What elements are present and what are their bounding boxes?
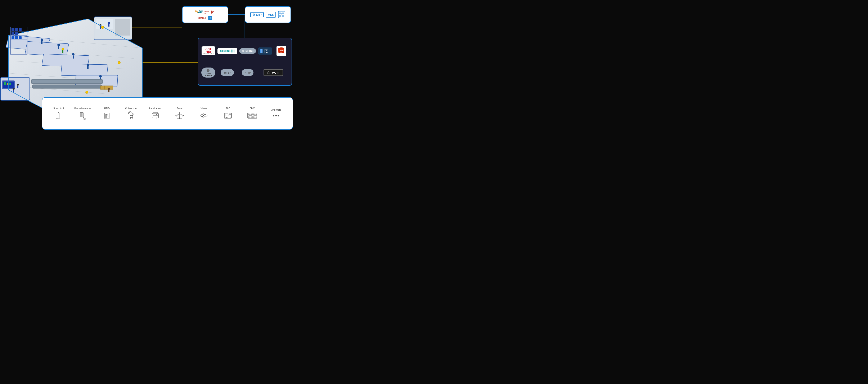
svg-rect-26 xyxy=(41,41,42,44)
svg-point-33 xyxy=(99,75,102,77)
tcpip-label: TCP/IP xyxy=(223,71,231,74)
svg-rect-91 xyxy=(279,15,281,17)
cobot-icon xyxy=(127,111,136,120)
svg-rect-98 xyxy=(234,49,235,53)
svg-rect-75 xyxy=(19,36,22,39)
svg-point-143 xyxy=(156,114,157,115)
mqtt-protocol: MQTT xyxy=(264,69,283,76)
svg-rect-38 xyxy=(32,85,101,89)
svg-rect-90 xyxy=(282,12,284,14)
svg-text:Maria: Maria xyxy=(205,10,210,12)
oracle-db-icon: ORACLE SQL xyxy=(278,47,285,54)
svg-rect-184 xyxy=(249,117,250,117)
main-container: My SQL Maria DB ORACLE xyxy=(0,0,293,130)
modbus-label: Modbus xyxy=(246,50,253,52)
svg-point-78 xyxy=(200,11,201,13)
mqtt-label: MQTT xyxy=(272,71,280,74)
globe-icon xyxy=(207,69,210,72)
svg-rect-36 xyxy=(62,50,63,53)
svg-line-147 xyxy=(180,114,183,115)
svg-point-81 xyxy=(213,11,214,12)
svg-point-35 xyxy=(62,48,64,50)
barcode-scanner-label: Barcodescanner xyxy=(74,107,91,109)
device-rfid: RFID xyxy=(99,107,115,120)
svg-point-27 xyxy=(57,44,60,46)
svg-rect-185 xyxy=(251,117,252,117)
svg-rect-186 xyxy=(252,117,253,117)
svg-rect-188 xyxy=(254,117,255,117)
svg-point-25 xyxy=(41,38,43,41)
label-printer-label: Labelprinter xyxy=(149,107,161,109)
svg-rect-158 xyxy=(225,114,228,116)
mes-label: MES xyxy=(268,13,274,16)
svg-line-154 xyxy=(202,117,203,118)
artnet-protocol: ART NET ETHERNET xyxy=(202,46,215,56)
vision-icon xyxy=(199,111,208,120)
svg-rect-68 xyxy=(11,28,14,31)
svg-rect-159 xyxy=(229,114,230,114)
rfid-icon xyxy=(102,111,111,120)
svg-rect-49 xyxy=(9,82,11,85)
scale-label: Scale xyxy=(177,107,183,109)
svg-text:DB: DB xyxy=(205,12,207,14)
device-dmx: DMX xyxy=(244,107,260,120)
svg-rect-187 xyxy=(253,117,254,117)
yellow-dot-factory-mid xyxy=(118,61,121,64)
http-protocol: HTTP xyxy=(242,69,254,76)
device-label-printer: Labelprinter xyxy=(147,107,164,120)
rfid-label: RFID xyxy=(104,107,110,109)
svg-rect-171 xyxy=(251,114,252,114)
smart-tool-label: Smart tool xyxy=(53,107,64,109)
svg-rect-28 xyxy=(58,46,59,49)
svg-rect-161 xyxy=(229,115,230,116)
svg-point-42 xyxy=(108,88,110,90)
svg-rect-69 xyxy=(15,28,18,31)
cobot-label: Cobot/robot xyxy=(125,107,137,109)
svg-rect-71 xyxy=(11,32,14,35)
tcpip-protocol: TCP/IP xyxy=(221,69,234,76)
svg-rect-162 xyxy=(230,115,231,116)
svg-rect-23 xyxy=(61,64,108,76)
mysql-logo: My SQL xyxy=(195,9,204,15)
protocol-box: ART NET ETHERNET SIEMENS xyxy=(198,38,292,86)
svg-point-52 xyxy=(12,88,14,90)
scale-icon xyxy=(175,111,184,120)
svg-rect-92 xyxy=(282,15,284,17)
and-more-icon: ••• xyxy=(273,113,280,118)
integration-icon xyxy=(278,11,285,19)
svg-rect-111 xyxy=(267,72,270,74)
device-cobot-robot: Cobot/robot xyxy=(123,107,140,120)
svg-point-50 xyxy=(17,83,19,86)
svg-rect-174 xyxy=(254,114,255,114)
svg-rect-60 xyxy=(108,24,110,27)
yellow-dot-factory-bot xyxy=(85,91,88,94)
svg-rect-43 xyxy=(108,90,110,93)
svg-point-59 xyxy=(108,22,110,24)
svg-rect-53 xyxy=(13,90,14,93)
label-printer-icon xyxy=(151,111,160,120)
svg-text:SQL: SQL xyxy=(280,51,282,53)
device-scale: Scale xyxy=(171,107,188,120)
mariadb-logo: Maria DB xyxy=(205,9,215,15)
svg-text:SQL: SQL xyxy=(198,10,204,12)
svg-rect-39 xyxy=(100,86,105,90)
erp-label: ERP xyxy=(256,13,261,16)
svg-text:My: My xyxy=(195,10,198,12)
siemens-label: SIEMENS xyxy=(220,50,230,52)
dmx-icon xyxy=(247,111,257,120)
svg-rect-125 xyxy=(105,113,109,119)
http-label: HTTP xyxy=(245,71,251,74)
svg-rect-96 xyxy=(231,49,232,53)
svg-rect-70 xyxy=(19,28,22,31)
svg-rect-180 xyxy=(253,115,254,116)
svg-rect-30 xyxy=(73,56,74,59)
svg-rect-141 xyxy=(154,117,157,119)
yellow-dot-factory-top xyxy=(101,26,104,29)
svg-text:ORACLE: ORACLE xyxy=(280,49,285,51)
snowflake-icon xyxy=(242,49,245,53)
device-plc: PLC xyxy=(220,107,236,120)
svg-rect-176 xyxy=(248,115,249,116)
svg-line-132 xyxy=(108,116,109,117)
device-smart-tool: Smart tool xyxy=(50,107,67,120)
plc-icon xyxy=(223,111,232,120)
